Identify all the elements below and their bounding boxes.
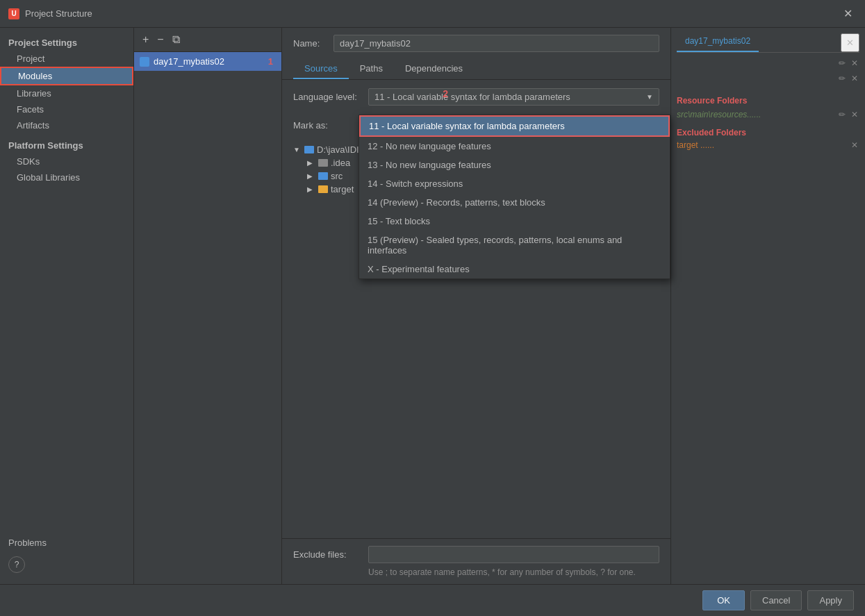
sidebar-item-project[interactable]: Project: [0, 51, 133, 67]
help-button[interactable]: ?: [8, 556, 25, 573]
middle-toolbar: + − ⧉: [134, 28, 281, 52]
name-label: Name:: [293, 38, 328, 49]
badge-1: 1: [268, 56, 273, 67]
title-bar: U Project Structure ✕: [0, 0, 865, 28]
edit-icon-2[interactable]: ✏: [837, 74, 847, 83]
rsp-tab-strip: day17_mybatis02 ✕: [677, 33, 859, 53]
exclude-input[interactable]: [368, 546, 659, 563]
dropdown-item-1[interactable]: 12 - No new language features: [359, 137, 670, 156]
sidebar-bottom: Problems ?: [0, 528, 133, 584]
idea-folder-icon: [318, 159, 328, 167]
tree-expand-target[interactable]: ▶: [307, 185, 315, 193]
remove-excluded-button[interactable]: ✕: [850, 140, 859, 150]
project-settings-header: Project Settings: [0, 33, 133, 51]
dropdown-arrow-icon: ▼: [646, 93, 653, 101]
language-dropdown-menu: 11 - Local variable syntax for lambda pa…: [359, 115, 670, 279]
platform-settings-header: Platform Settings: [0, 133, 133, 153]
middle-panel: + − ⧉ day17_mybatis02 1: [134, 28, 282, 584]
sidebar-item-libraries[interactable]: Libraries: [0, 85, 133, 101]
sidebar-item-global-libraries[interactable]: Global Libraries: [0, 169, 133, 185]
sidebar-item-sdks[interactable]: SDKs: [0, 153, 133, 169]
sidebar-item-artifacts[interactable]: Artifacts: [0, 117, 133, 133]
dropdown-item-4[interactable]: 14 (Preview) - Records, patterns, text b…: [359, 193, 670, 212]
rsp-tab-module[interactable]: day17_mybatis02: [677, 33, 759, 52]
src-label: src: [331, 171, 343, 181]
mark-label: Mark as:: [293, 120, 363, 131]
language-level-select[interactable]: 11 - Local variable syntax for lambda pa…: [368, 88, 659, 106]
tree-expand-root[interactable]: ▼: [293, 146, 302, 153]
dropdown-item-0[interactable]: 11 - Local variable syntax for lambda pa…: [359, 115, 670, 137]
target-label: target: [331, 184, 354, 194]
sidebar: Project Settings Project Modules Librari…: [0, 28, 134, 584]
target-folder-icon: [318, 185, 328, 193]
language-row: Language level: 11 - Local variable synt…: [293, 88, 659, 106]
resource-path-text: src\main\resources......: [677, 110, 761, 119]
sidebar-item-problems[interactable]: Problems: [0, 535, 133, 551]
edit-icon-1[interactable]: ✏: [837, 58, 847, 68]
dropdown-item-2[interactable]: 13 - No new language features: [359, 156, 670, 174]
dropdown-item-7[interactable]: X - Experimental features: [359, 260, 670, 278]
exclude-label: Exclude files:: [293, 549, 363, 560]
resource-path-row: src\main\resources...... ✏ ✕: [677, 108, 859, 121]
ok-button[interactable]: OK: [702, 590, 745, 610]
resource-path-actions: ✏ ✕: [837, 110, 859, 119]
rsp-edit-row-2: ✏ ✕: [677, 74, 859, 83]
tree-expand-idea[interactable]: ▶: [307, 159, 315, 167]
close-button[interactable]: ✕: [839, 6, 857, 22]
excluded-path-row: target ...... ✕: [677, 140, 859, 150]
idea-label: .idea: [331, 158, 350, 168]
remove-icon-2[interactable]: ✕: [850, 74, 859, 83]
root-folder-icon: [304, 146, 314, 153]
content-area: Language level: 11 - Local variable synt…: [282, 80, 670, 538]
sidebar-item-facets[interactable]: Facets: [0, 101, 133, 117]
name-row: Name:: [282, 28, 670, 59]
excluded-path-text: target ......: [677, 140, 714, 150]
right-panel: Name: Sources Paths Dependencies La: [282, 28, 670, 584]
remove-resource-button[interactable]: ✕: [850, 110, 859, 119]
apply-button[interactable]: Apply: [807, 590, 854, 610]
module-icon: [140, 57, 149, 67]
tabs-row: Sources Paths Dependencies: [282, 59, 670, 80]
dropdown-item-6[interactable]: 15 (Preview) - Sealed types, records, pa…: [359, 231, 670, 260]
right-side-panel: day17_mybatis02 ✕ ✏ ✕ ✏ ✕ Resource Folde…: [670, 28, 865, 584]
badge-2: 2: [443, 88, 448, 99]
dialog-footer: OK Cancel Apply: [0, 584, 865, 616]
dropdown-item-3[interactable]: 14 - Switch expressions: [359, 174, 670, 193]
rsp-edit-row: ✏ ✕: [677, 58, 859, 68]
module-label: day17_mybatis02: [154, 56, 224, 67]
title-bar-left: U Project Structure: [8, 8, 92, 19]
remove-module-button[interactable]: −: [154, 32, 166, 47]
cancel-button[interactable]: Cancel: [750, 590, 802, 610]
add-module-button[interactable]: +: [140, 32, 151, 47]
tab-sources[interactable]: Sources: [293, 59, 349, 79]
language-level-value: 11 - Local variable syntax for lambda pa…: [374, 92, 570, 102]
tree-expand-src[interactable]: ▶: [307, 172, 315, 180]
src-folder-icon: [318, 172, 328, 180]
main-content: Project Settings Project Modules Librari…: [0, 28, 865, 584]
copy-module-button[interactable]: ⧉: [170, 32, 183, 47]
edit-resource-button[interactable]: ✏: [837, 110, 847, 119]
sidebar-item-modules[interactable]: Modules: [0, 67, 133, 85]
tab-paths[interactable]: Paths: [349, 59, 394, 79]
app-icon: U: [8, 8, 19, 19]
project-structure-dialog: U Project Structure ✕ Project Settings P…: [0, 0, 865, 616]
exclude-hint: Use ; to separate name patterns, * for a…: [293, 567, 659, 577]
excluded-folders-header: Excluded Folders: [677, 128, 859, 138]
bottom-area: Exclude files: Use ; to separate name pa…: [282, 538, 670, 584]
dropdown-item-5[interactable]: 15 - Text blocks: [359, 212, 670, 231]
name-input[interactable]: [333, 35, 659, 52]
remove-icon-1[interactable]: ✕: [850, 58, 859, 68]
rsp-close-button[interactable]: ✕: [841, 33, 859, 52]
exclude-row: Exclude files:: [293, 546, 659, 563]
module-item[interactable]: day17_mybatis02 1: [134, 52, 281, 71]
tab-dependencies[interactable]: Dependencies: [394, 59, 474, 79]
dialog-title: Project Structure: [25, 8, 92, 19]
language-level-label: Language level:: [293, 92, 363, 102]
resource-folders-header: Resource Folders: [677, 96, 859, 106]
